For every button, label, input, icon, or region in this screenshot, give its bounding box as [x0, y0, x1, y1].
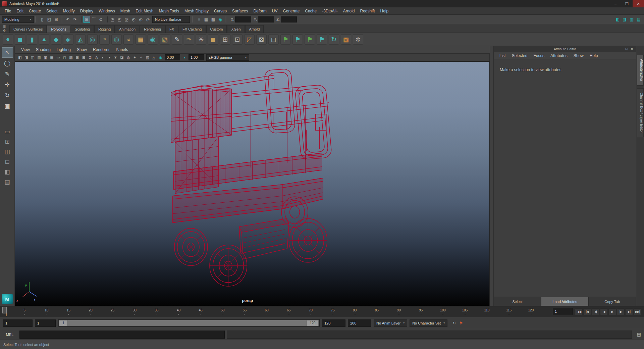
menu-item[interactable]: Edit [14, 9, 26, 13]
viewport-3d[interactable]: y x z persp [15, 61, 490, 306]
open-scene-icon[interactable]: ◱ [46, 16, 53, 23]
render-frame-icon[interactable]: ▦ [203, 16, 210, 23]
snap-point-icon[interactable]: ⊙ [97, 16, 104, 23]
attribute-editor-menu-item[interactable]: Help [587, 53, 601, 58]
shelf-tab[interactable]: Rendering [140, 25, 165, 33]
sculpt-sphere-icon[interactable]: ◉ [148, 34, 158, 45]
panel-menu-item[interactable]: Renderer [90, 47, 113, 52]
tab-attribute-editor[interactable]: Attribute Editor [637, 55, 644, 86]
play-forwards-button[interactable]: ▶ [608, 308, 616, 315]
anim-prefs-icon[interactable]: ↻ [450, 319, 458, 327]
menu-item[interactable]: Mesh Tools [156, 9, 182, 13]
checker-map-icon[interactable]: ▩ [341, 34, 351, 45]
attribute-editor-menu-item[interactable]: Attributes [547, 53, 571, 58]
menu-item[interactable]: Deform [251, 9, 269, 13]
wireframe-mode-icon[interactable]: ◎ [93, 54, 100, 61]
lock-camera-icon[interactable]: ◨ [23, 54, 30, 61]
current-frame-field[interactable] [553, 308, 573, 315]
field-chart-icon[interactable]: ⊞ [74, 54, 80, 61]
resolution-gate-icon[interactable]: ◻ [61, 54, 68, 61]
range-slider-track[interactable]: 1 120 [58, 319, 320, 327]
shelf-tab[interactable]: Polygons [47, 25, 70, 33]
panel-menu-item[interactable]: Lighting [54, 47, 74, 52]
poly-plane-icon[interactable]: ▦ [136, 34, 146, 45]
attribute-editor-menu-item[interactable]: List [496, 53, 509, 58]
shelf-tab[interactable]: Animation [115, 25, 140, 33]
attribute-editor-menu-item[interactable]: Focus [530, 53, 547, 58]
menu-item[interactable]: Arnold [340, 9, 358, 13]
wireframe-model[interactable] [169, 65, 335, 292]
rotate-tool[interactable]: ↻ [2, 90, 13, 101]
layout-hypershade-persp[interactable]: ▤ [2, 178, 12, 186]
scale-tool[interactable]: ▣ [2, 101, 13, 111]
save-scene-icon[interactable]: ⊟ [53, 16, 60, 23]
menu-item[interactable]: -3DtoAll- [319, 9, 340, 13]
film-gate-icon[interactable]: ▭ [55, 54, 61, 61]
highlight-icon[interactable]: ◴ [130, 16, 137, 23]
quill-curve-icon[interactable]: ✑ [184, 34, 194, 45]
shaded-mode-icon[interactable]: ◐ [100, 54, 106, 61]
live-surface-field[interactable]: No Live Surface [152, 16, 190, 23]
lasso-select-tool[interactable]: ◯ [2, 58, 13, 68]
panel-menu-item[interactable]: Show [74, 47, 90, 52]
move-tool[interactable]: ✛ [2, 80, 13, 90]
layout-single-pane[interactable]: ▭ [2, 127, 12, 136]
command-line-input[interactable] [19, 331, 225, 339]
layout-two-stacked[interactable]: ⊟ [2, 157, 12, 166]
ipr-frame-icon[interactable]: ▩ [210, 16, 217, 23]
select-object-icon[interactable]: ◰ [116, 16, 123, 23]
motion-blur-icon[interactable]: ✦ [131, 54, 138, 61]
quad-draw-icon[interactable]: ⚑ [280, 34, 291, 45]
curve-warp-icon[interactable]: ↻ [329, 34, 339, 45]
poly-pyramid-icon[interactable]: ◈ [63, 34, 73, 45]
construction-history-icon[interactable]: ⌗ [196, 16, 203, 23]
camera-attrs-icon[interactable]: ◫ [30, 54, 36, 61]
gamma-icon[interactable]: ◑ [181, 54, 187, 61]
menu-item[interactable]: Generate [280, 9, 302, 13]
animation-end-field[interactable] [348, 319, 371, 327]
menu-item[interactable]: File [2, 9, 14, 13]
gamma-field[interactable]: 1.00 [189, 54, 204, 60]
z-coord-input[interactable] [281, 16, 297, 22]
command-language-toggle[interactable]: MEL [0, 333, 19, 337]
animation-start-field[interactable] [3, 319, 33, 327]
panel-menu-item[interactable]: Panels [113, 47, 131, 52]
layout-four-pane[interactable]: ⊞ [2, 137, 12, 146]
menu-item[interactable]: Mesh Display [182, 9, 211, 13]
snap-curve-icon[interactable]: ⌒ [90, 16, 97, 23]
shelf-tab[interactable]: Sculpting [71, 25, 94, 33]
go-to-start-button[interactable]: |◀◀ [575, 308, 583, 315]
menu-item[interactable]: Edit Mesh [133, 9, 156, 13]
inputs-icon[interactable]: ◶ [144, 16, 151, 23]
menu-item[interactable]: Windows [96, 9, 118, 13]
undo-icon[interactable]: ↶ [64, 16, 71, 23]
attribute-editor-menu-item[interactable]: Show [571, 53, 587, 58]
poly-plate-icon[interactable]: ◍ [111, 34, 122, 45]
menu-item[interactable]: Mesh [118, 9, 133, 13]
minimize-button[interactable]: – [610, 0, 621, 7]
ae-close-icon[interactable]: ✕ [629, 46, 635, 52]
render-globe-icon[interactable]: ◉ [217, 16, 224, 23]
image-plane-icon[interactable]: ▣ [42, 54, 49, 61]
poly-pipe-icon[interactable]: ◎ [87, 34, 98, 45]
shelf-tab[interactable]: Arnold [245, 25, 264, 33]
script-editor-icon[interactable]: ▤ [634, 332, 644, 337]
y-coord-input[interactable] [258, 16, 274, 22]
poly-disc-icon[interactable]: ◔ [99, 34, 110, 45]
copy-tab-button[interactable]: Copy Tab [589, 297, 636, 306]
lights-icon[interactable]: ☀ [112, 54, 119, 61]
menu-item[interactable]: Redshift [358, 9, 378, 13]
extrude-icon[interactable]: ◸ [244, 34, 255, 45]
node-network-icon[interactable]: ✲ [353, 34, 363, 45]
time-slider-track[interactable]: 5101520253035404550556065707580859095100… [0, 306, 551, 317]
multisample-icon[interactable]: ✧ [138, 54, 144, 61]
safe-title-icon[interactable]: ⊡ [87, 54, 93, 61]
menu-item[interactable]: Modify [60, 9, 77, 13]
poly-sphere-icon[interactable]: ● [3, 34, 13, 45]
menu-item[interactable]: Create [26, 9, 44, 13]
shelf-gear-icon[interactable]: ⚙ [1, 29, 7, 33]
ae-float-icon[interactable]: ◱ [624, 46, 629, 52]
panel-menu-item[interactable]: Shading [33, 47, 54, 52]
step-back-frame-button[interactable]: |◀ [583, 308, 591, 315]
range-start-handle[interactable]: 1 [59, 320, 68, 326]
